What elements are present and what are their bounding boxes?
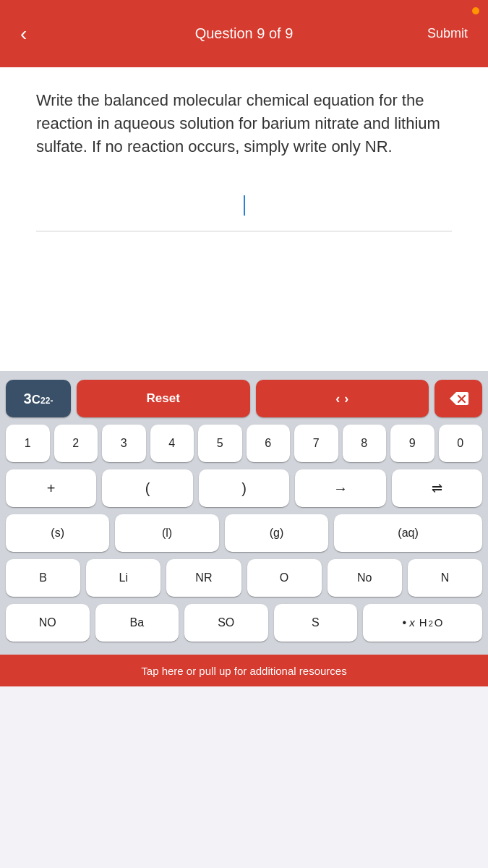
key-1[interactable]: 1 [6, 425, 50, 462]
bullet-icon: • [403, 616, 407, 629]
question-text: Write the balanced molecular chemical eq… [36, 89, 452, 158]
key-B[interactable]: B [6, 559, 80, 597]
right-arrow-icon[interactable]: › [344, 391, 348, 407]
key-aqueous[interactable]: (aq) [334, 514, 482, 552]
state-row: (s) (l) (g) (aq) [6, 514, 482, 552]
backspace-button[interactable] [435, 380, 482, 417]
key-equilibrium[interactable]: ⇌ [392, 469, 482, 507]
key-NO[interactable]: NO [6, 604, 90, 642]
backspace-icon [448, 391, 468, 407]
keyboard-area: 3 C 2 2- Reset ‹ › 1 [0, 371, 488, 655]
key-3[interactable]: 3 [102, 425, 146, 462]
key-2[interactable]: 2 [54, 425, 98, 462]
question-area: Write the balanced molecular chemical eq… [0, 67, 488, 371]
special-key-row: 3 C 2 2- Reset ‹ › [6, 380, 482, 417]
key-8[interactable]: 8 [343, 425, 387, 462]
resources-bar[interactable]: Tap here or pull up for additional resou… [0, 655, 488, 686]
key-Li[interactable]: Li [86, 559, 160, 597]
key-solid[interactable]: (s) [6, 514, 109, 552]
key-arrow[interactable]: → [295, 469, 385, 507]
key-close-paren[interactable]: ) [199, 469, 289, 507]
reset-button[interactable]: Reset [77, 380, 250, 417]
key-5[interactable]: 5 [198, 425, 242, 462]
key-NR[interactable]: NR [166, 559, 241, 597]
back-button[interactable]: ‹ [14, 17, 33, 51]
key-No[interactable]: No [328, 559, 402, 597]
text-cursor [244, 195, 245, 216]
key-gas[interactable]: (g) [225, 514, 328, 552]
key-SO[interactable]: SO [184, 604, 268, 642]
key-7[interactable]: 7 [294, 425, 338, 462]
key-9[interactable]: 9 [390, 425, 435, 462]
key-S[interactable]: S [274, 604, 358, 642]
key-water-hydrate[interactable]: • x H 2 O [363, 604, 482, 642]
question-progress: Question 9 of 9 [195, 25, 294, 42]
key-4[interactable]: 4 [150, 425, 194, 462]
arrow-keys[interactable]: ‹ › [256, 380, 429, 417]
left-arrow-icon[interactable]: ‹ [335, 391, 340, 407]
key-O[interactable]: O [247, 559, 322, 597]
header: ‹ Question 9 of 9 Submit [0, 0, 488, 67]
answer-input-area[interactable] [36, 180, 452, 224]
key-open-paren[interactable]: ( [102, 469, 192, 507]
key-Ba[interactable]: Ba [95, 604, 179, 642]
element-row-1: B Li NR O No N [6, 559, 482, 597]
symbol-row: + ( ) → ⇌ [6, 469, 482, 507]
key-plus[interactable]: + [6, 469, 96, 507]
submit-button[interactable]: Submit [421, 20, 474, 47]
resources-text: Tap here or pull up for additional resou… [141, 665, 346, 677]
key-0[interactable]: 0 [439, 425, 483, 462]
divider [36, 231, 452, 231]
notification-dot [472, 7, 479, 14]
key-N[interactable]: N [408, 559, 482, 597]
reset-label: Reset [147, 391, 180, 406]
toggle-key[interactable]: 3 C 2 2- [6, 380, 71, 417]
number-row: 1 2 3 4 5 6 7 8 9 0 [6, 425, 482, 462]
key-liquid[interactable]: (l) [115, 514, 218, 552]
key-6[interactable]: 6 [247, 425, 291, 462]
element-row-2: NO Ba SO S • x H 2 O [6, 604, 482, 642]
